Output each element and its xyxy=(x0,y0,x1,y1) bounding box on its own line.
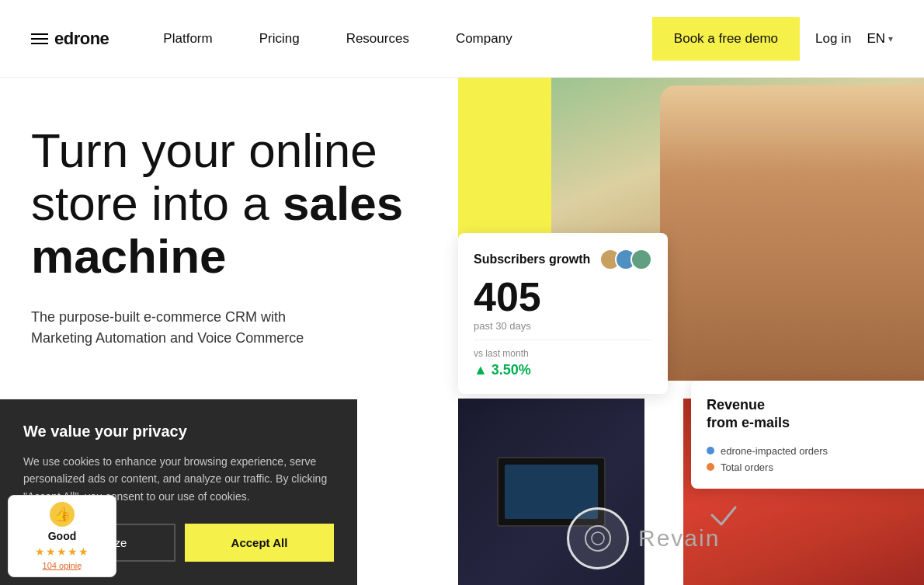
revenue-legend: edrone-impacted orders Total orders xyxy=(707,445,916,473)
legend-dot-edrone xyxy=(707,447,714,454)
book-demo-button[interactable]: Book a free demo xyxy=(652,17,800,61)
navbar: edrone Platform Pricing Resources Compan… xyxy=(0,0,924,78)
stats-card: Subscribers growth 405 past 30 days vs l… xyxy=(458,233,668,394)
nav-links: Platform Pricing Resources Company xyxy=(140,23,651,54)
checkmark-icon xyxy=(704,496,743,535)
nav-link-platform[interactable]: Platform xyxy=(140,23,235,54)
svg-point-1 xyxy=(592,532,604,545)
svg-point-0 xyxy=(585,526,610,551)
rating-icon: 👍 xyxy=(50,502,75,527)
stats-label: Subscribers growth xyxy=(474,252,590,266)
headline-sales: sales xyxy=(283,176,403,230)
rating-count[interactable]: 104 opinię xyxy=(43,561,82,570)
hero-headline: Turn your online store into a sales mach… xyxy=(31,124,427,284)
stats-avatars xyxy=(599,249,652,270)
rating-good: Good xyxy=(48,530,77,542)
stats-divider xyxy=(474,340,652,340)
language-selector[interactable]: EN ▾ xyxy=(867,31,893,47)
legend-dot-total xyxy=(707,463,714,471)
revain-circle xyxy=(567,507,629,569)
stats-vs: vs last month xyxy=(474,348,652,359)
stats-header: Subscribers growth xyxy=(474,249,652,270)
revenue-card: Revenue from e-mails edrone-impacted ord… xyxy=(691,381,924,489)
accept-all-button[interactable]: Accept All xyxy=(185,524,334,562)
legend-label-total: Total orders xyxy=(721,461,773,473)
legend-item-1: edrone-impacted orders xyxy=(707,445,916,457)
stats-period: past 30 days xyxy=(474,320,652,332)
headline-line2-prefix: store into a xyxy=(31,176,283,230)
nav-link-company[interactable]: Company xyxy=(432,23,536,54)
nav-actions: Book a free demo Log in EN ▾ xyxy=(652,17,893,61)
subtext-line2: Marketing Automation and Voice Commerce xyxy=(31,330,304,346)
headline-machine: machine xyxy=(31,229,227,283)
login-button[interactable]: Log in xyxy=(815,31,851,47)
revenue-title: Revenue from e-mails xyxy=(707,396,916,433)
revain-area: Revain xyxy=(567,507,720,569)
subtext-line1: The purpose-built e-commerce CRM with xyxy=(31,309,286,325)
rating-badge: 👍 Good ★★★★★ 104 opinię xyxy=(8,495,116,577)
rating-stars: ★★★★★ xyxy=(35,545,89,558)
stats-number: 405 xyxy=(474,277,652,317)
hamburger-icon[interactable] xyxy=(31,33,48,44)
lang-label: EN xyxy=(867,31,885,47)
hero-right: Subscribers growth 405 past 30 days vs l… xyxy=(458,78,924,585)
avatar-3 xyxy=(630,249,652,270)
logo-text: edrone xyxy=(54,29,109,49)
logo[interactable]: edrone xyxy=(31,29,109,49)
stats-growth: ▲ 3.50% xyxy=(474,362,652,378)
nav-link-resources[interactable]: Resources xyxy=(323,23,432,54)
hero-subtext: The purpose-built e-commerce CRM with Ma… xyxy=(31,307,380,349)
chevron-down-icon: ▾ xyxy=(888,33,893,44)
legend-label-edrone: edrone-impacted orders xyxy=(721,445,828,457)
person-silhouette xyxy=(660,85,924,381)
nav-link-pricing[interactable]: Pricing xyxy=(236,23,323,54)
headline-line1: Turn your online xyxy=(31,124,377,177)
legend-item-2: Total orders xyxy=(707,461,916,473)
revain-logo-icon xyxy=(582,523,613,554)
cookie-title: We value your privacy xyxy=(23,423,334,440)
